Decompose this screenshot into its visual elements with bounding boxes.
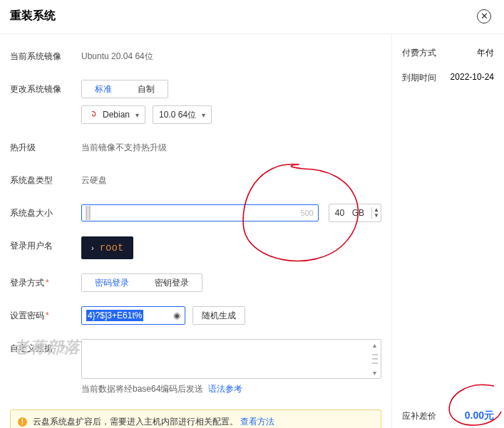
os-version-value: 10.0 64位 bbox=[159, 109, 196, 121]
tab-custom[interactable]: 自制 bbox=[125, 80, 168, 98]
disk-size-unit: GB bbox=[352, 208, 364, 218]
label-set-password: 设置密码* bbox=[10, 306, 81, 325]
label-price-diff: 应补差价 bbox=[402, 410, 436, 422]
warning-icon: ! bbox=[18, 417, 27, 427]
chevron-down-icon: ▾ bbox=[202, 111, 205, 119]
login-method-tabs: 密码登录 密钥登录 bbox=[81, 273, 202, 292]
tab-standard[interactable]: 标准 bbox=[81, 80, 125, 98]
label-login-user: 登录用户名 bbox=[10, 236, 81, 255]
label-custom-data: 自定义数据 ? bbox=[10, 339, 81, 357]
close-button[interactable]: ✕ bbox=[477, 9, 491, 24]
label-login-method: 登录方式* bbox=[10, 273, 81, 292]
scrollbar-grip[interactable] bbox=[372, 354, 378, 364]
image-source-tabs: 标准 自制 bbox=[81, 80, 168, 98]
help-icon[interactable]: ? bbox=[58, 344, 67, 353]
label-pay-method: 付费方式 bbox=[402, 47, 436, 59]
os-family-select[interactable]: Debian ▾ bbox=[81, 105, 145, 124]
scroll-down-icon[interactable]: ▾ bbox=[369, 369, 379, 377]
eye-icon[interactable]: ◉ bbox=[173, 310, 180, 320]
os-family-value: Debian bbox=[103, 110, 130, 120]
tab-key-login[interactable]: 密钥登录 bbox=[142, 274, 202, 291]
label-hot-upgrade: 热升级 bbox=[10, 138, 81, 157]
random-password-button[interactable]: 随机生成 bbox=[192, 306, 245, 325]
syntax-reference-link[interactable]: 语法参考 bbox=[208, 384, 242, 394]
modal-title: 重装系统 bbox=[10, 9, 56, 24]
login-user-value: root bbox=[100, 242, 124, 254]
os-version-select[interactable]: 10.0 64位 ▾ bbox=[153, 105, 212, 124]
resize-warning: ! 云盘系统盘扩容后，需要进入主机内部进行相关配置。 查看方法 bbox=[10, 409, 381, 428]
password-input[interactable]: 4}?$]3+E61t% ◉ bbox=[81, 306, 185, 325]
custom-data-hint: 当前数据将经base64编码后发送 语法参考 bbox=[81, 383, 381, 395]
label-current-image: 当前系统镜像 bbox=[10, 47, 81, 66]
disk-size-slider[interactable]: 500 bbox=[81, 204, 319, 221]
label-disk-type: 系统盘类型 bbox=[10, 171, 81, 189]
alert-text: 云盘系统盘扩容后，需要进入主机内部进行相关配置。 bbox=[33, 417, 238, 427]
expire-value: 2022-10-24 bbox=[451, 72, 494, 84]
chevron-right-icon: › bbox=[91, 244, 94, 252]
hot-upgrade-text: 当前镜像不支持热升级 bbox=[81, 138, 381, 157]
custom-data-textarea[interactable]: ▴ ▾ bbox=[81, 339, 381, 379]
chevron-down-icon: ▾ bbox=[135, 111, 139, 119]
label-change-image: 更改系统镜像 bbox=[10, 80, 81, 98]
disk-type-value: 云硬盘 bbox=[81, 171, 381, 189]
price-diff-value: 0.00元 bbox=[465, 409, 494, 422]
current-image-value: Ubuntu 20.04 64位 bbox=[81, 47, 381, 66]
password-value: 4}?$]3+E61t% bbox=[86, 310, 143, 321]
label-expire: 到期时间 bbox=[402, 72, 436, 84]
slider-max: 500 bbox=[300, 209, 314, 217]
disk-size-value: 40 bbox=[335, 208, 348, 218]
label-disk-size: 系统盘大小 bbox=[10, 204, 81, 222]
slider-handle[interactable] bbox=[86, 206, 88, 220]
scroll-up-icon[interactable]: ▴ bbox=[369, 341, 379, 349]
tab-password-login[interactable]: 密码登录 bbox=[81, 273, 143, 292]
step-down-icon[interactable]: ▼ bbox=[374, 213, 379, 219]
disk-size-input[interactable]: 40 GB ▲ ▼ bbox=[329, 204, 381, 222]
debian-icon bbox=[88, 110, 97, 120]
login-user-button[interactable]: › root bbox=[81, 236, 133, 259]
alert-link[interactable]: 查看方法 bbox=[240, 417, 274, 427]
disk-size-stepper[interactable]: ▲ ▼ bbox=[371, 207, 379, 219]
pay-method-value: 年付 bbox=[477, 47, 494, 59]
